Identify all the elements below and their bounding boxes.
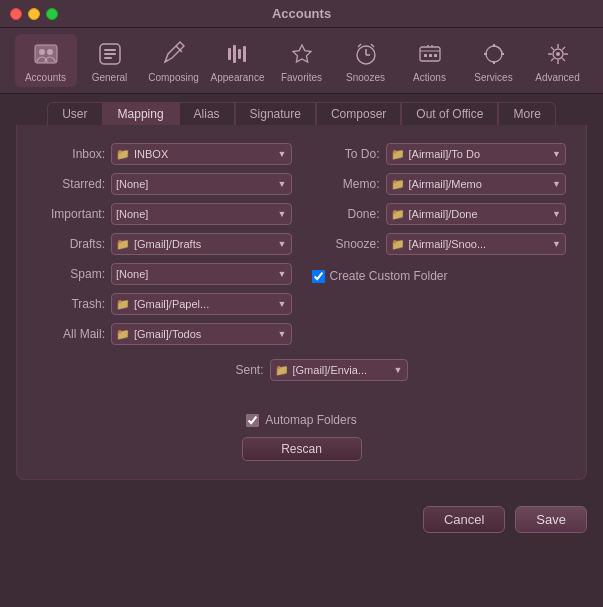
sent-select[interactable]: 📁 [Gmail]/Envia... ▼ bbox=[270, 359, 408, 381]
toolbar-item-appearance[interactable]: Appearance bbox=[207, 34, 269, 87]
svg-rect-10 bbox=[233, 45, 236, 63]
general-icon bbox=[94, 38, 126, 70]
svg-rect-11 bbox=[238, 49, 241, 59]
tab-alias[interactable]: Alias bbox=[179, 102, 235, 125]
tabs-bar: User Mapping Alias Signature Composer Ou… bbox=[0, 94, 603, 125]
drafts-value: [Gmail]/Drafts bbox=[134, 238, 275, 250]
svg-point-2 bbox=[47, 49, 53, 55]
accounts-label: Accounts bbox=[25, 72, 66, 83]
sent-arrow-icon: ▼ bbox=[394, 365, 403, 375]
important-row: Important: [None] ▼ bbox=[37, 203, 292, 225]
snooze-arrow-icon: ▼ bbox=[552, 239, 561, 249]
advanced-icon bbox=[542, 38, 574, 70]
advanced-label: Advanced bbox=[535, 72, 579, 83]
memo-arrow-icon: ▼ bbox=[552, 179, 561, 189]
tab-signature[interactable]: Signature bbox=[235, 102, 316, 125]
svg-rect-23 bbox=[429, 54, 432, 57]
appearance-label: Appearance bbox=[211, 72, 265, 83]
toolbar-item-services[interactable]: Services bbox=[463, 34, 525, 87]
composing-icon bbox=[158, 38, 190, 70]
svg-point-31 bbox=[556, 52, 560, 56]
actions-label: Actions bbox=[413, 72, 446, 83]
trash-select[interactable]: 📁 [Gmail]/Papel... ▼ bbox=[111, 293, 292, 315]
trash-label: Trash: bbox=[37, 297, 105, 311]
done-arrow-icon: ▼ bbox=[552, 209, 561, 219]
titlebar: Accounts bbox=[0, 0, 603, 28]
bottom-bar: Cancel Save bbox=[0, 496, 603, 541]
snooze-value: [Airmail]/Snoo... bbox=[409, 238, 550, 250]
automap-checkbox[interactable] bbox=[246, 414, 259, 427]
svg-rect-0 bbox=[35, 45, 57, 63]
tab-composer[interactable]: Composer bbox=[316, 102, 401, 125]
svg-rect-4 bbox=[104, 49, 116, 51]
allmail-row: All Mail: 📁 [Gmail]/Todos ▼ bbox=[37, 323, 292, 345]
inbox-label: Inbox: bbox=[37, 147, 105, 161]
tab-user[interactable]: User bbox=[47, 102, 102, 125]
toolbar-item-general[interactable]: General bbox=[79, 34, 141, 87]
done-value: [Airmail]/Done bbox=[409, 208, 550, 220]
sent-label: Sent: bbox=[196, 363, 264, 377]
important-value: [None] bbox=[116, 208, 275, 220]
snoozes-label: Snoozes bbox=[346, 72, 385, 83]
memo-row: Memo: 📁 [Airmail]/Memo ▼ bbox=[312, 173, 567, 195]
maximize-button[interactable] bbox=[46, 8, 58, 20]
memo-select[interactable]: 📁 [Airmail]/Memo ▼ bbox=[386, 173, 567, 195]
minimize-button[interactable] bbox=[28, 8, 40, 20]
inbox-folder-icon: 📁 bbox=[116, 148, 130, 161]
todo-label: To Do: bbox=[312, 147, 380, 161]
sent-folder-icon: 📁 bbox=[275, 364, 289, 377]
trash-arrow-icon: ▼ bbox=[278, 299, 287, 309]
drafts-folder-icon: 📁 bbox=[116, 238, 130, 251]
inbox-select[interactable]: 📁 INBOX ▼ bbox=[111, 143, 292, 165]
allmail-label: All Mail: bbox=[37, 327, 105, 341]
memo-label: Memo: bbox=[312, 177, 380, 191]
cancel-button[interactable]: Cancel bbox=[423, 506, 505, 533]
drafts-select[interactable]: 📁 [Gmail]/Drafts ▼ bbox=[111, 233, 292, 255]
toolbar-item-favorites[interactable]: Favorites bbox=[271, 34, 333, 87]
toolbar-item-snoozes[interactable]: Snoozes bbox=[335, 34, 397, 87]
toolbar-item-advanced[interactable]: Advanced bbox=[527, 34, 589, 87]
snooze-label: Snooze: bbox=[312, 237, 380, 251]
svg-rect-6 bbox=[104, 57, 112, 59]
toolbar-item-composing[interactable]: Composing bbox=[143, 34, 205, 87]
drafts-label: Drafts: bbox=[37, 237, 105, 251]
toolbar-item-accounts[interactable]: Accounts bbox=[15, 34, 77, 87]
trash-folder-icon: 📁 bbox=[116, 298, 130, 311]
favorites-label: Favorites bbox=[281, 72, 322, 83]
important-label: Important: bbox=[37, 207, 105, 221]
composing-label: Composing bbox=[148, 72, 199, 83]
memo-value: [Airmail]/Memo bbox=[409, 178, 550, 190]
starred-select[interactable]: [None] ▼ bbox=[111, 173, 292, 195]
svg-line-17 bbox=[371, 44, 374, 47]
allmail-arrow-icon: ▼ bbox=[278, 329, 287, 339]
create-custom-folder-checkbox[interactable] bbox=[312, 270, 325, 283]
spam-label: Spam: bbox=[37, 267, 105, 281]
actions-icon bbox=[414, 38, 446, 70]
todo-arrow-icon: ▼ bbox=[552, 149, 561, 159]
appearance-icon bbox=[222, 38, 254, 70]
todo-select[interactable]: 📁 [Airmail]/To Do ▼ bbox=[386, 143, 567, 165]
done-select[interactable]: 📁 [Airmail]/Done ▼ bbox=[386, 203, 567, 225]
tab-out-of-office[interactable]: Out of Office bbox=[401, 102, 498, 125]
svg-line-16 bbox=[358, 44, 361, 47]
snooze-select[interactable]: 📁 [Airmail]/Snoo... ▼ bbox=[386, 233, 567, 255]
close-button[interactable] bbox=[10, 8, 22, 20]
svg-rect-5 bbox=[104, 53, 116, 55]
rescan-button[interactable]: Rescan bbox=[242, 437, 362, 461]
toolbar-item-actions[interactable]: Actions bbox=[399, 34, 461, 87]
tab-more[interactable]: More bbox=[498, 102, 555, 125]
inbox-arrow-icon: ▼ bbox=[278, 149, 287, 159]
mapping-panel: Inbox: 📁 INBOX ▼ Starred: [None] ▼ Impor… bbox=[16, 125, 587, 480]
spam-select[interactable]: [None] ▼ bbox=[111, 263, 292, 285]
save-button[interactable]: Save bbox=[515, 506, 587, 533]
tab-mapping[interactable]: Mapping bbox=[103, 102, 179, 125]
allmail-select[interactable]: 📁 [Gmail]/Todos ▼ bbox=[111, 323, 292, 345]
drafts-arrow-icon: ▼ bbox=[278, 239, 287, 249]
starred-label: Starred: bbox=[37, 177, 105, 191]
todo-value: [Airmail]/To Do bbox=[409, 148, 550, 160]
sent-value: [Gmail]/Envia... bbox=[293, 364, 391, 376]
toolbar: Accounts General Composing bbox=[0, 28, 603, 94]
services-label: Services bbox=[474, 72, 512, 83]
important-select[interactable]: [None] ▼ bbox=[111, 203, 292, 225]
svg-rect-22 bbox=[424, 54, 427, 57]
